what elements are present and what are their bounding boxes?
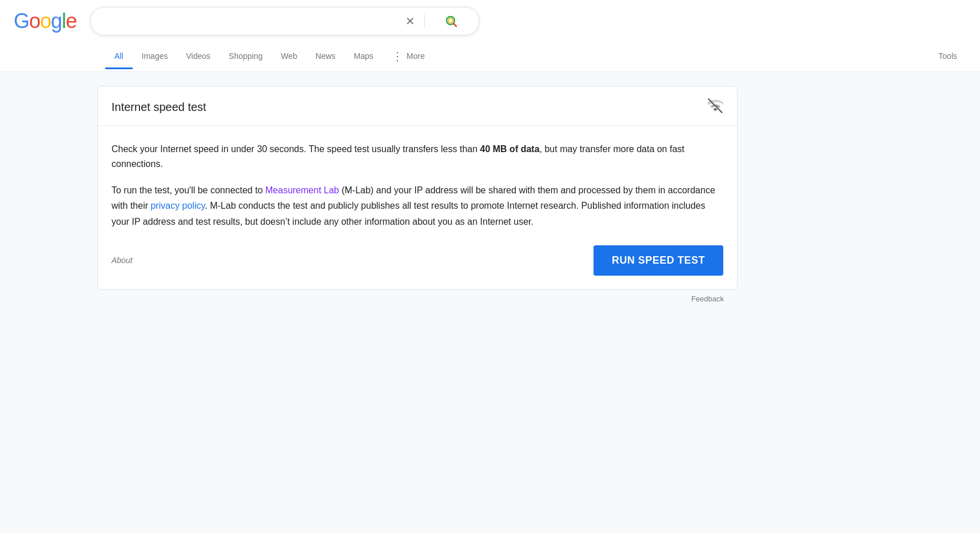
card-body: Check your Internet speed in under 30 se… <box>98 126 737 289</box>
privacy-policy-link[interactable]: privacy policy <box>150 201 205 210</box>
more-dots-icon: ⋮ <box>392 49 403 63</box>
clear-button[interactable]: ✕ <box>404 13 416 29</box>
tab-all[interactable]: All <box>105 45 133 69</box>
main-content: Internet speed test Check your Internet … <box>0 72 980 317</box>
wifi-icon <box>707 98 723 116</box>
run-speed-test-button[interactable]: RUN SPEED TEST <box>593 245 723 276</box>
description-1: Check your Internet speed in under 30 se… <box>111 142 723 171</box>
desc1-pre: Check your Internet speed in under 30 se… <box>111 144 480 154</box>
description-2: To run the test, you'll be connected to … <box>111 182 723 229</box>
tab-web[interactable]: Web <box>272 45 306 69</box>
card-footer: About RUN SPEED TEST <box>111 245 723 276</box>
google-logo[interactable]: Google <box>14 9 77 33</box>
feedback-link[interactable]: Feedback <box>691 295 724 303</box>
search-input[interactable]: speed test <box>100 15 397 27</box>
tab-maps[interactable]: Maps <box>345 45 383 69</box>
card-title: Internet speed test <box>111 101 206 114</box>
search-button[interactable] <box>467 20 469 22</box>
close-icon: ✕ <box>405 14 415 28</box>
divider <box>424 14 425 28</box>
speed-test-card: Internet speed test Check your Internet … <box>97 86 738 290</box>
measurement-lab-link[interactable]: Measurement Lab <box>265 185 339 195</box>
lens-search-button[interactable] <box>443 13 459 29</box>
desc1-bold: 40 MB of data <box>480 144 540 154</box>
tab-news[interactable]: News <box>306 45 345 69</box>
tab-videos[interactable]: Videos <box>177 45 220 69</box>
search-box: speed test ✕ <box>90 7 479 35</box>
voice-search-button[interactable] <box>433 20 435 22</box>
tab-tools[interactable]: Tools <box>929 45 966 69</box>
about-link[interactable]: About <box>111 256 133 265</box>
svg-line-2 <box>453 23 456 26</box>
tab-images[interactable]: Images <box>133 45 177 69</box>
nav-tabs: All Images Videos Shopping Web News Maps… <box>14 42 966 71</box>
lens-icon <box>444 14 458 28</box>
more-label: More <box>407 51 425 61</box>
desc2-pre: To run the test, you'll be connected to <box>111 185 265 195</box>
tab-shopping[interactable]: Shopping <box>220 45 272 69</box>
card-title-row: Internet speed test <box>98 86 737 126</box>
svg-point-1 <box>448 18 453 23</box>
tab-more[interactable]: ⋮ More <box>383 42 434 71</box>
feedback-row: Feedback <box>97 295 738 303</box>
